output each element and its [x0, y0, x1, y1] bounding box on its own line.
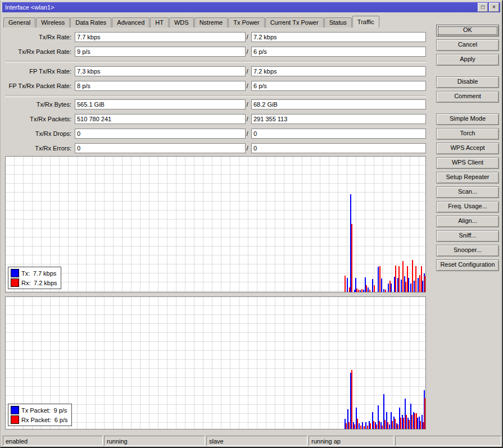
divider-slash: / — [244, 99, 250, 109]
comment-button[interactable]: Comment — [436, 91, 499, 103]
tx-spike — [417, 418, 418, 429]
freq-usage-button[interactable]: Freq. Usage... — [436, 201, 499, 213]
tab-bar: GeneralWirelessData RatesAdvancedHTWDSNs… — [3, 16, 380, 28]
status-cell-enabled: enabled — [3, 436, 103, 446]
tab-data-rates[interactable]: Data Rates — [70, 17, 111, 28]
rx-value-input[interactable] — [251, 81, 426, 91]
rx-value-input[interactable] — [251, 66, 426, 76]
tx-spike — [368, 287, 369, 292]
tx-value-input[interactable] — [75, 81, 246, 91]
rx-value-input[interactable] — [251, 129, 426, 139]
tx-spike — [389, 424, 390, 429]
tx-spike — [418, 278, 419, 292]
rx-spike — [414, 413, 415, 429]
torch-button[interactable]: Torch — [436, 128, 499, 140]
rx-spike — [366, 285, 367, 292]
close-icon: × — [492, 4, 496, 10]
field-label: Tx/Rx Rate: — [1, 32, 71, 42]
rx-spike — [395, 419, 396, 429]
rx-value-input[interactable] — [251, 99, 426, 109]
rx-spike — [376, 424, 377, 429]
tx-spike — [383, 289, 384, 292]
field-label: Tx/Rx Errors: — [1, 143, 71, 153]
tab-nstreme[interactable]: Nstreme — [194, 17, 228, 28]
tab-general[interactable]: General — [3, 17, 35, 28]
tx-value-input[interactable] — [75, 114, 246, 124]
tx-spike — [414, 281, 415, 292]
reset-configuration-button[interactable]: Reset Configuration — [436, 259, 499, 271]
tx-spike — [347, 278, 348, 292]
tab-advanced[interactable]: Advanced — [112, 17, 149, 28]
tx-value-input[interactable] — [75, 129, 246, 139]
rx-spike — [398, 266, 400, 292]
rx-spike — [369, 290, 370, 292]
field-label: Tx/Rx Packet Rate: — [1, 47, 71, 57]
rx-value-input[interactable] — [251, 32, 426, 42]
rx-spike — [387, 422, 388, 429]
rx-spike — [367, 426, 368, 429]
divider-slash: / — [244, 81, 250, 91]
legend-row: Rx Packet: 6 p/s — [11, 415, 68, 424]
tx-value-input[interactable] — [75, 143, 246, 153]
tx-value-input[interactable] — [75, 99, 246, 109]
tx-value-input[interactable] — [75, 66, 246, 76]
legend-row: Tx: 7.7 kbps — [11, 269, 57, 277]
tab-current-tx-power[interactable]: Current Tx Power — [265, 17, 324, 28]
tab-tx-power[interactable]: Tx Power — [228, 17, 264, 28]
packet-rate-chart: Tx Packet: 9 p/sRx Packet: 6 p/s — [5, 296, 426, 429]
tab-wds[interactable]: WDS — [169, 17, 194, 28]
align-button[interactable]: Align... — [436, 216, 499, 227]
close-button[interactable]: × — [489, 3, 499, 12]
rx-spike — [384, 420, 386, 429]
tab-ht[interactable]: HT — [150, 17, 169, 28]
rx-spike — [406, 415, 407, 429]
rx-spike — [382, 426, 383, 429]
rx-value-input[interactable] — [251, 47, 426, 57]
interface-window: Interface <wlan1> □ × GeneralWirelessDat… — [0, 0, 503, 448]
apply-button[interactable]: Apply — [436, 54, 499, 66]
field-label: FP Tx/Rx Packet Rate: — [1, 81, 71, 91]
rx-value-input[interactable] — [251, 143, 426, 153]
field-label: Tx/Rx Bytes: — [1, 99, 71, 109]
rx-value-input[interactable] — [251, 114, 426, 124]
rx-spike — [351, 370, 352, 429]
tx-spike — [362, 422, 363, 429]
tab-status[interactable]: Status — [324, 17, 352, 28]
rx-spike — [354, 424, 355, 429]
simple-mode-button[interactable]: Simple Mode — [436, 113, 499, 125]
rx-spike — [424, 276, 425, 292]
window-title: Interface <wlan1> — [2, 4, 54, 11]
rx-spike — [400, 418, 401, 429]
tab-wireless[interactable]: Wireless — [36, 17, 70, 28]
tx-spike — [360, 290, 361, 292]
tx-value-input[interactable] — [75, 47, 246, 57]
rx-spike — [379, 421, 380, 429]
titlebar[interactable]: Interface <wlan1> □ × — [2, 2, 500, 12]
ok-button[interactable]: OK — [436, 25, 499, 36]
tx-swatch-icon — [11, 269, 19, 277]
rx-spike — [358, 290, 359, 292]
rx-spike — [361, 289, 362, 292]
legend-row: Rx: 7.2 kbps — [11, 278, 57, 287]
maximize-icon: □ — [481, 4, 484, 10]
setup-repeater-button[interactable]: Setup Repeater — [436, 172, 499, 184]
snooper-button[interactable]: Snooper... — [436, 245, 499, 257]
sniff-button[interactable]: Sniff... — [436, 230, 499, 242]
rx-spike — [411, 415, 413, 429]
wps-client-button[interactable]: WPS Client — [436, 157, 499, 169]
tx-value-input[interactable] — [75, 32, 246, 42]
legend-label: Tx: 7.7 kbps — [21, 270, 56, 277]
scan-button[interactable]: Scan... — [436, 186, 499, 198]
disable-button[interactable]: Disable — [436, 76, 499, 88]
rx-spike — [370, 423, 371, 429]
wps-accept-button[interactable]: WPS Accept — [436, 143, 499, 154]
rx-spike — [420, 421, 421, 429]
divider-slash: / — [244, 143, 250, 153]
maximize-button[interactable]: □ — [478, 3, 488, 12]
tx-swatch-icon — [11, 406, 19, 414]
status-cell-empty — [395, 436, 501, 446]
rx-spike — [405, 282, 406, 292]
legend-label: Tx Packet: 9 p/s — [21, 407, 67, 414]
tab-traffic[interactable]: Traffic — [352, 16, 379, 28]
cancel-button[interactable]: Cancel — [436, 39, 499, 51]
